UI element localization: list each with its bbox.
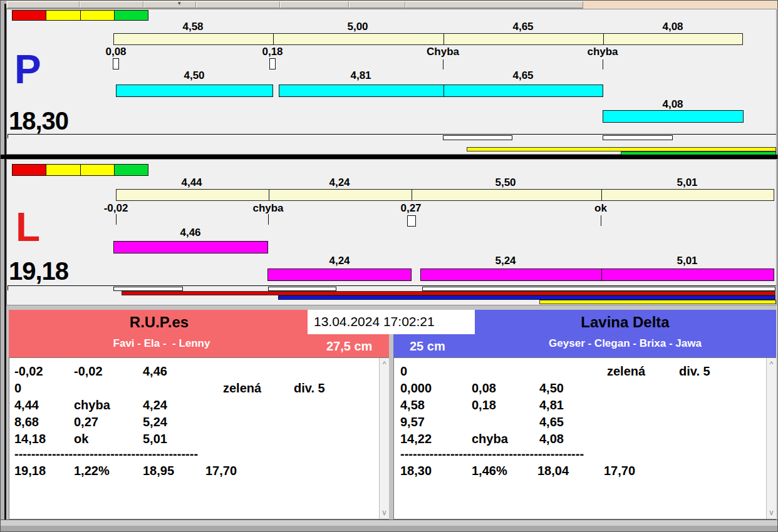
ruler-segment-label: 4,65 (512, 21, 533, 33)
ruler-divider (269, 190, 269, 200)
table-cell: 9,57 (400, 415, 425, 429)
bar-label: 4,46 (180, 227, 200, 239)
ruler-segment-label: 5,01 (677, 176, 697, 189)
marker-box (269, 58, 276, 69)
table-cell: chyba (74, 398, 110, 412)
ruler-divider (603, 34, 604, 44)
timestamp: 13.04.2024 17:02:21 (314, 314, 435, 329)
scroll-up-icon[interactable]: ^ (380, 361, 389, 368)
bar-label: 5,01 (677, 255, 697, 267)
ruler-segment-label: 4,44 (181, 176, 202, 189)
measurement-bar-cyan (116, 84, 273, 97)
bar-label: 4,24 (329, 255, 350, 267)
marker-line (601, 215, 601, 226)
status-squares-p (12, 10, 148, 21)
results-panel-right[interactable] (393, 357, 776, 519)
width-value-right: 25 cm (410, 339, 445, 354)
toolbar-segment[interactable] (80, 1, 143, 8)
measurement-bar-magenta (267, 269, 412, 281)
table-cell: zelená (607, 364, 645, 379)
status-square-yellow (80, 165, 114, 175)
ruler-segment-label: 4,58 (182, 21, 203, 33)
status-square-green (114, 165, 148, 175)
table-dashes: ----------------------------------------… (14, 447, 198, 461)
ruler-divider (601, 190, 602, 200)
results-panel-left[interactable] (9, 357, 389, 519)
marker-line (603, 59, 603, 69)
side-letter-p: P (14, 49, 41, 90)
app-window: ▾ P 18,30 4,58 5,00 4,65 4,08 0,08 0,18 … (0, 0, 778, 532)
table-cell: 14,18 (14, 432, 46, 446)
table-cell: chyba (472, 432, 508, 446)
table-cell: 5,01 (143, 432, 167, 446)
scrollbar-left[interactable]: ^ v (379, 358, 389, 519)
ruler-bar-l (116, 189, 774, 201)
scroll-up-icon[interactable]: ^ (767, 361, 776, 368)
measurement-bar-cyan (603, 110, 744, 123)
toolbar-segment[interactable] (143, 1, 196, 8)
tick-label: 0,27 (400, 202, 421, 215)
toolbar-segment[interactable] (196, 1, 280, 8)
table-cell: 0,18 (472, 398, 496, 412)
indicator-box (422, 287, 775, 291)
marker-line (443, 59, 443, 69)
marker-line (116, 214, 117, 225)
footer-strip-light (1, 520, 778, 526)
chevron-down-icon[interactable]: ▾ (178, 0, 181, 6)
table-cell: 0 (400, 364, 407, 379)
marker-box (407, 215, 416, 227)
marker-box (113, 58, 119, 69)
table-cell: 4,08 (539, 432, 564, 446)
table-cell: 5,24 (143, 415, 167, 429)
team-members-right: Geyser - Clegan - Brixa - Jawa (549, 337, 702, 350)
table-cell: 14,22 (400, 432, 432, 446)
tick-label: Chyba (427, 46, 459, 58)
bar-label: 4,50 (184, 69, 204, 82)
tick-label: -0,02 (104, 202, 128, 215)
total-length-p: 18,30 (9, 108, 68, 133)
toolbar-segment[interactable] (349, 1, 405, 8)
table-cell: ok (74, 432, 88, 446)
table-cell: 4,58 (400, 398, 425, 412)
team-title-left: R.U.P.es (130, 314, 189, 331)
status-squares-l (12, 164, 148, 176)
total-length-l: 19,18 (9, 258, 68, 284)
tick-label: chyba (252, 202, 283, 215)
table-cell: -0,02 (14, 364, 43, 379)
toolbar-beige-area (583, 1, 778, 9)
measurement-bar-cyan (279, 84, 603, 97)
ruler-bar-p (113, 33, 743, 45)
top-toolbar[interactable]: ▾ (1, 1, 778, 9)
ruler-divider (273, 34, 274, 44)
table-cell: 4,50 (539, 381, 564, 396)
scroll-down-icon[interactable]: v (380, 509, 389, 516)
table-cell: 4,44 (14, 398, 39, 412)
baseline-notch (8, 134, 8, 138)
indicator-bar-yellow (539, 300, 776, 304)
scroll-down-icon[interactable]: v (767, 509, 776, 516)
status-square-red (13, 11, 46, 20)
toolbar-segment[interactable] (280, 1, 349, 8)
status-square-yellow (80, 11, 114, 20)
ruler-segment-label: 4,24 (329, 176, 350, 189)
measurement-bar-magenta (420, 269, 774, 281)
tick-label: chyba (587, 46, 618, 58)
table-cell: 4,46 (143, 364, 167, 379)
status-square-red (13, 165, 46, 175)
toolbar-segment[interactable] (405, 1, 583, 8)
bar-label: 4,65 (512, 69, 533, 82)
tick-label: ok (594, 202, 607, 215)
tick-label: 0,18 (262, 46, 283, 58)
ruler-divider (412, 190, 412, 200)
scrollbar-right[interactable]: ^ v (766, 358, 776, 519)
tick-label: 0,08 (105, 46, 126, 58)
panel-l (6, 159, 777, 305)
table-cell: 0,27 (74, 415, 98, 429)
toolbar-segment[interactable] (7, 1, 80, 8)
table-total: 19,18 (14, 464, 46, 478)
table-dashes: ----------------------------------------… (400, 447, 584, 461)
indicator-box (268, 287, 336, 291)
ruler-segment-label: 5,50 (495, 176, 516, 189)
indicator-box (113, 287, 183, 291)
bar-divider (443, 85, 444, 96)
